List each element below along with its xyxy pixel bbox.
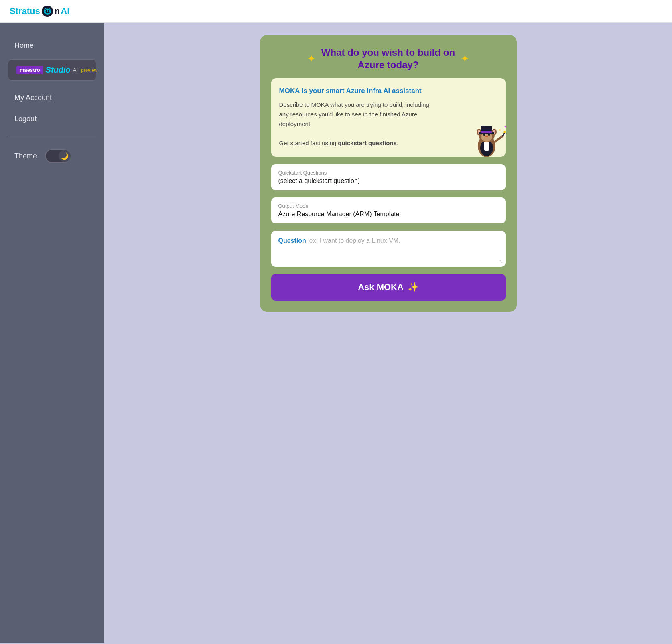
sparkle-right-icon: ✦ bbox=[461, 53, 469, 65]
sidebar-item-my-account[interactable]: My Account bbox=[0, 87, 104, 108]
maestro-box-label: maestro bbox=[16, 66, 43, 74]
app-logo: Stratus n AI bbox=[10, 6, 69, 17]
ask-moka-button[interactable]: Ask MOKA ✨ bbox=[271, 274, 506, 301]
question-input-box[interactable]: Question ex: I want to deploy a Linux VM… bbox=[271, 231, 506, 267]
info-box-title: MOKA is your smart Azure infra AI assist… bbox=[279, 87, 497, 95]
resize-handle-icon: ⤡ bbox=[499, 259, 503, 264]
moka-card: ✦ What do you wish to build on Azure tod… bbox=[260, 35, 517, 312]
toggle-knob: 🌙 bbox=[59, 150, 71, 162]
logo-on-text: n bbox=[55, 6, 60, 16]
svg-text:✦: ✦ bbox=[504, 124, 506, 129]
theme-label: Theme bbox=[14, 152, 37, 160]
quickstart-value: (select a quickstart question) bbox=[278, 177, 498, 185]
card-title: What do you wish to build on Azure today… bbox=[321, 46, 455, 71]
output-mode-label: Output Mode bbox=[278, 203, 498, 209]
svg-rect-17 bbox=[481, 131, 492, 133]
info-box-text: Describe to MOKA what you are trying to … bbox=[279, 100, 436, 148]
svg-point-10 bbox=[485, 136, 488, 137]
svg-point-20 bbox=[503, 131, 506, 133]
sparkle-left-icon: ✦ bbox=[307, 53, 316, 65]
output-mode-field[interactable]: Output Mode Azure Resource Manager (ARM)… bbox=[271, 197, 506, 223]
sidebar-item-home[interactable]: Home bbox=[0, 35, 104, 56]
maestro-studio-label: Studio bbox=[46, 65, 71, 75]
card-header: ✦ What do you wish to build on Azure tod… bbox=[271, 46, 506, 71]
ask-moka-label: Ask MOKA bbox=[358, 282, 404, 293]
quickstart-label: Quickstart Questions bbox=[278, 170, 498, 176]
sidebar-divider bbox=[8, 136, 96, 136]
theme-row: Theme 🌙 bbox=[0, 143, 104, 169]
logo-ai-text: AI bbox=[61, 6, 69, 16]
app-header: Stratus n AI bbox=[0, 0, 672, 23]
maestro-preview-label: preview bbox=[81, 68, 97, 73]
logo-stratus-text: Stratus bbox=[10, 6, 40, 16]
svg-text:✦: ✦ bbox=[499, 128, 501, 132]
sidebar-item-logout[interactable]: Logout bbox=[0, 108, 104, 130]
ask-moka-sparkle-icon: ✨ bbox=[408, 282, 418, 293]
app-layout: Home maestro Studio AI preview My Accoun… bbox=[0, 23, 672, 643]
maestro-ai-label: AI bbox=[73, 67, 78, 73]
logo-power-icon bbox=[42, 6, 53, 17]
theme-toggle[interactable]: 🌙 bbox=[45, 149, 71, 163]
output-mode-value: Azure Resource Manager (ARM) Template bbox=[278, 211, 498, 218]
question-placeholder: ex: I want to deploy a Linux VM. bbox=[309, 237, 400, 244]
sidebar-item-maestro-studio[interactable]: maestro Studio AI preview bbox=[8, 59, 96, 81]
svg-line-19 bbox=[503, 133, 505, 136]
quickstart-field[interactable]: Quickstart Questions (select a quickstar… bbox=[271, 164, 506, 190]
sidebar: Home maestro Studio AI preview My Accoun… bbox=[0, 23, 104, 643]
main-content: ✦ What do you wish to build on Azure tod… bbox=[104, 23, 672, 643]
info-box: MOKA is your smart Azure infra AI assist… bbox=[271, 78, 506, 157]
mascot-image: ✦ ✦ bbox=[465, 116, 506, 157]
question-label: Question bbox=[278, 237, 306, 244]
svg-line-18 bbox=[495, 136, 503, 142]
